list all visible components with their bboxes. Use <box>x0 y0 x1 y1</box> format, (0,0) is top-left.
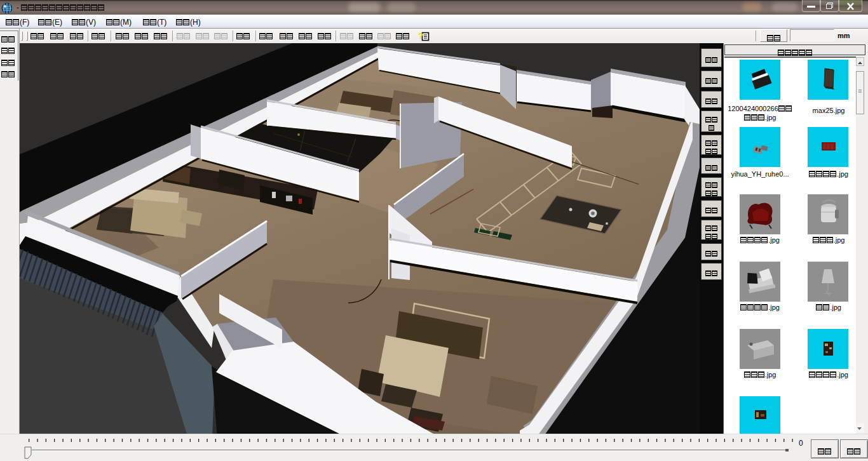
svg-text:0: 0 <box>799 439 803 448</box>
svg-text:?: ? <box>418 31 423 41</box>
